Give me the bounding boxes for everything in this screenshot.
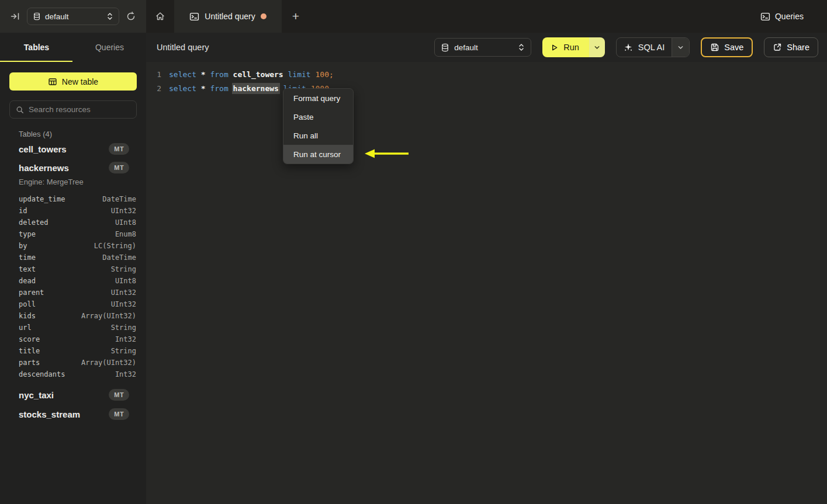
- column-row: descendantsInt32: [0, 369, 146, 380]
- column-name: descendants: [19, 370, 65, 378]
- run-button-label: Run: [563, 43, 579, 52]
- run-split-button: Run: [542, 37, 605, 57]
- code-token: cell_towers: [233, 70, 283, 79]
- save-button-label: Save: [724, 43, 743, 52]
- code-token: limit: [288, 70, 311, 79]
- column-type: Array(UInt32): [81, 312, 136, 320]
- column-type: UInt32: [111, 300, 136, 308]
- menu-item-paste[interactable]: Paste: [283, 107, 353, 126]
- new-table-button[interactable]: New table: [9, 72, 137, 91]
- sidebar: Tables Queries New table: [0, 33, 146, 504]
- chevron-up-down-icon: [106, 12, 113, 20]
- column-type: UInt8: [115, 218, 136, 227]
- column-name: text: [19, 265, 36, 273]
- save-button[interactable]: Save: [701, 37, 753, 57]
- column-type: UInt8: [115, 277, 136, 285]
- column-type: DateTime: [102, 253, 136, 262]
- run-button[interactable]: Run: [542, 37, 589, 57]
- run-options-button[interactable]: [589, 37, 605, 57]
- column-row: pollUInt32: [0, 298, 146, 310]
- column-row: timeDateTime: [0, 252, 146, 263]
- terminal-icon: [189, 12, 199, 22]
- database-selector-value: default: [45, 12, 69, 21]
- queries-button[interactable]: Queries: [760, 12, 804, 22]
- search-box: [9, 100, 137, 119]
- database-selector[interactable]: default: [27, 8, 119, 25]
- new-table-button-label: New table: [62, 77, 98, 86]
- table-row-stocks-stream[interactable]: stocks_stream MT: [0, 405, 146, 423]
- queries-button-label: Queries: [775, 12, 804, 21]
- column-row: idUInt32: [0, 205, 146, 217]
- column-type: String: [111, 324, 136, 332]
- code-token: *: [201, 70, 206, 79]
- code-token: [229, 84, 233, 93]
- column-row: deletedUInt8: [0, 217, 146, 228]
- sql-ai-label: SQL AI: [638, 43, 665, 52]
- column-name: score: [19, 335, 40, 343]
- column-row: update_timeDateTime: [0, 193, 146, 205]
- unsaved-indicator-dot: [261, 13, 267, 19]
- code-text: select * from cell_towers limit 100;: [169, 68, 334, 82]
- code-line-2[interactable]: 2 select * from hackernews limit 1000: [146, 82, 827, 96]
- sql-ai-split-button: SQL AI: [616, 37, 690, 57]
- sidebar-tab-tables[interactable]: Tables: [0, 33, 73, 62]
- column-name: title: [19, 347, 40, 355]
- column-name: deleted: [19, 218, 49, 227]
- sql-ai-options-button[interactable]: [672, 38, 689, 57]
- line-number: 1: [146, 68, 161, 82]
- menu-item-run-at-cursor[interactable]: Run at cursor: [283, 145, 353, 164]
- code-line-1[interactable]: 1 select * from cell_towers limit 100;: [146, 68, 827, 82]
- home-button[interactable]: [146, 0, 174, 33]
- code-token: from: [210, 84, 228, 93]
- tables-section-label: Tables (4): [0, 130, 146, 139]
- topbar: default: [0, 0, 827, 33]
- chevron-up-down-icon: [518, 43, 525, 51]
- table-name: hackernews: [19, 163, 69, 173]
- main-panel: Untitled query default: [146, 33, 827, 504]
- home-icon: [155, 12, 165, 21]
- table-row-nyc-taxi[interactable]: nyc_taxi MT: [0, 386, 146, 404]
- collapse-sidebar-button[interactable]: [7, 8, 23, 25]
- collapse-sidebar-icon: [11, 12, 20, 21]
- sql-editor[interactable]: 1 select * from cell_towers limit 100; 2…: [146, 62, 827, 504]
- sql-ai-button[interactable]: SQL AI: [617, 38, 672, 57]
- column-name: by: [19, 242, 27, 250]
- sparkles-icon: [624, 43, 633, 52]
- code-token: from: [210, 70, 228, 79]
- save-icon: [710, 43, 719, 52]
- engine-badge: MT: [109, 389, 129, 401]
- share-button-label: Share: [787, 43, 809, 52]
- code-token: *: [201, 84, 206, 93]
- menu-item-run-all[interactable]: Run all: [283, 126, 353, 145]
- column-row: parentUInt32: [0, 287, 146, 298]
- tab-untitled-query[interactable]: Untitled query: [174, 0, 282, 33]
- line-number: 2: [146, 82, 161, 96]
- app-window: default: [0, 0, 827, 504]
- table-row-cell-towers[interactable]: cell_towers MT: [0, 140, 146, 158]
- column-name: type: [19, 230, 36, 238]
- new-tab-button[interactable]: +: [282, 0, 310, 33]
- query-title: Untitled query: [157, 43, 209, 52]
- refresh-button[interactable]: [123, 8, 139, 25]
- terminal-icon: [760, 12, 770, 22]
- search-input[interactable]: [29, 105, 130, 114]
- column-name: dead: [19, 277, 36, 285]
- column-row: titleString: [0, 345, 146, 357]
- engine-label: Engine: MergeTree: [0, 178, 146, 188]
- tab-title: Untitled query: [205, 12, 255, 21]
- column-name: parent: [19, 289, 44, 297]
- sidebar-tab-queries[interactable]: Queries: [73, 33, 146, 62]
- share-button[interactable]: Share: [764, 37, 818, 57]
- table-name: nyc_taxi: [19, 390, 54, 400]
- column-row: kidsArray(UInt32): [0, 310, 146, 322]
- code-token: [229, 70, 233, 79]
- menu-item-format-query[interactable]: Format query: [283, 89, 353, 107]
- code-token: select: [169, 84, 196, 93]
- table-row-hackernews[interactable]: hackernews MT: [0, 159, 146, 176]
- context-menu: Format queryPasteRun allRun at cursor: [283, 88, 354, 164]
- database-selector[interactable]: default: [434, 38, 531, 57]
- topbar-left: default: [0, 0, 146, 33]
- chevron-down-icon: [677, 44, 684, 51]
- column-row: byLC(String): [0, 240, 146, 252]
- refresh-icon: [126, 12, 136, 21]
